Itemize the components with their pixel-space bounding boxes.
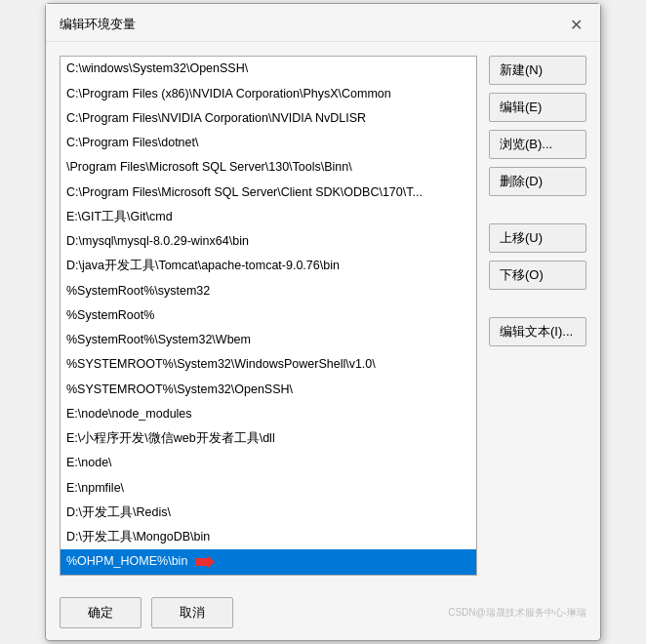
list-item[interactable]: C:\windows\System32\OpenSSH\ bbox=[61, 57, 476, 81]
close-button[interactable]: ✕ bbox=[565, 14, 586, 35]
list-item[interactable]: E:\npmfile\ bbox=[61, 476, 476, 501]
title-bar: 编辑环境变量 ✕ bbox=[46, 4, 600, 42]
list-item-text: C:\Program Files\dotnet\ bbox=[66, 136, 198, 149]
list-item-text: \Program Files\Microsoft SQL Server\130\… bbox=[66, 160, 352, 174]
list-item[interactable]: D:\java开发工具\Tomcat\apache-tomcat-9.0.76\… bbox=[61, 254, 476, 278]
list-item-text: E:\小程序开发\微信web开发者工具\dll bbox=[66, 431, 275, 445]
list-item[interactable]: C:\Program Files (x86)\NVIDIA Corporatio… bbox=[61, 82, 476, 106]
cancel-button[interactable]: 取消 bbox=[151, 597, 233, 628]
list-item-text: %SYSTEMROOT%\System32\OpenSSH\ bbox=[66, 382, 293, 396]
list-item-text: C:\Program Files\NVIDIA Corporation\NVID… bbox=[66, 111, 366, 125]
arrow-indicator bbox=[195, 551, 215, 572]
move-up-button[interactable]: 上移(U) bbox=[489, 223, 586, 253]
list-item[interactable]: \Program Files\Microsoft SQL Server\130\… bbox=[61, 155, 476, 180]
list-item[interactable]: C:\Program Files\dotnet\ bbox=[61, 131, 476, 155]
list-item[interactable]: %SYSTEMROOT%\System32\WindowsPowerShell\… bbox=[61, 352, 476, 377]
dialog-footer: 确定 取消 CSDN@瑞晟技术服务中心-琳瑞 bbox=[46, 589, 600, 640]
edit-env-variable-dialog: 编辑环境变量 ✕ C:\windows\System32\OpenSSH\C:\… bbox=[45, 3, 601, 640]
list-item[interactable]: %SystemRoot%\System32\Wbem bbox=[61, 328, 476, 352]
list-item[interactable]: C:\Program Files\Microsoft SQL Server\Cl… bbox=[61, 181, 476, 205]
list-item-text: C:\Program Files\Microsoft SQL Server\Cl… bbox=[66, 185, 423, 199]
list-item[interactable]: %OHPM_HOME%\bin bbox=[61, 549, 476, 574]
list-item-text: %OHPM_HOME%\bin bbox=[66, 554, 187, 568]
list-item-text: %SystemRoot% bbox=[66, 308, 154, 322]
list-item[interactable]: E:\node\ bbox=[61, 451, 476, 475]
move-down-button[interactable]: 下移(O) bbox=[489, 261, 586, 290]
list-item-text: C:\Program Files (x86)\NVIDIA Corporatio… bbox=[66, 87, 391, 101]
dialog-title: 编辑环境变量 bbox=[60, 16, 136, 33]
delete-button[interactable]: 删除(D) bbox=[489, 167, 586, 196]
list-item-text: D:\开发工具\Redis\ bbox=[66, 505, 171, 519]
list-item[interactable]: E:\小程序开发\微信web开发者工具\dll bbox=[61, 426, 476, 451]
env-variable-list-container: C:\windows\System32\OpenSSH\C:\Program F… bbox=[60, 56, 477, 575]
list-item-text: D:\mysql\mysql-8.0.29-winx64\bin bbox=[66, 234, 249, 248]
list-item-text: E:\GIT工具\Git\cmd bbox=[66, 210, 173, 223]
list-item-text: %SystemRoot%\System32\Wbem bbox=[66, 333, 251, 346]
new-button[interactable]: 新建(N) bbox=[489, 56, 586, 85]
edit-button[interactable]: 编辑(E) bbox=[489, 93, 586, 122]
list-item[interactable]: E:\GIT工具\Git\cmd bbox=[61, 205, 476, 229]
list-item[interactable]: D:\开发工具\Redis\ bbox=[61, 501, 476, 525]
list-item[interactable]: %SYSTEMROOT%\System32\OpenSSH\ bbox=[61, 378, 476, 402]
svg-marker-0 bbox=[195, 555, 215, 569]
list-item-text: E:\node\node_modules bbox=[66, 407, 192, 421]
list-item[interactable]: %SystemRoot% bbox=[61, 303, 476, 328]
browse-button[interactable]: 浏览(B)... bbox=[489, 130, 586, 159]
list-item-text: %SYSTEMROOT%\System32\WindowsPowerShell\… bbox=[66, 357, 376, 371]
list-item[interactable]: %SystemRoot%\system32 bbox=[61, 279, 476, 303]
edit-text-button[interactable]: 编辑文本(I)... bbox=[489, 317, 586, 346]
list-item-text: D:\开发工具\MongoDB\bin bbox=[66, 530, 210, 543]
list-item[interactable]: C:\Program Files\NVIDIA Corporation\NVID… bbox=[61, 106, 476, 131]
list-item[interactable]: E:\node\node_modules bbox=[61, 402, 476, 426]
confirm-button[interactable]: 确定 bbox=[60, 597, 141, 628]
list-item-text: C:\windows\System32\OpenSSH\ bbox=[66, 61, 248, 75]
action-buttons-panel: 新建(N) 编辑(E) 浏览(B)... 删除(D) 上移(U) 下移(O) 编… bbox=[489, 56, 586, 575]
list-item[interactable]: D:\mysql\mysql-8.0.29-winx64\bin bbox=[61, 229, 476, 254]
list-item-text: E:\npmfile\ bbox=[66, 481, 124, 495]
list-item[interactable]: D:\开发工具\MongoDB\bin bbox=[61, 525, 476, 549]
dialog-body: C:\windows\System32\OpenSSH\C:\Program F… bbox=[46, 42, 600, 588]
list-item-text: E:\node\ bbox=[66, 456, 112, 469]
env-variable-list-scroll[interactable]: C:\windows\System32\OpenSSH\C:\Program F… bbox=[61, 57, 476, 574]
list-item-text: %SystemRoot%\system32 bbox=[66, 284, 210, 298]
list-item-text: D:\java开发工具\Tomcat\apache-tomcat-9.0.76\… bbox=[66, 259, 340, 272]
watermark: CSDN@瑞晟技术服务中心-琳瑞 bbox=[448, 606, 586, 620]
